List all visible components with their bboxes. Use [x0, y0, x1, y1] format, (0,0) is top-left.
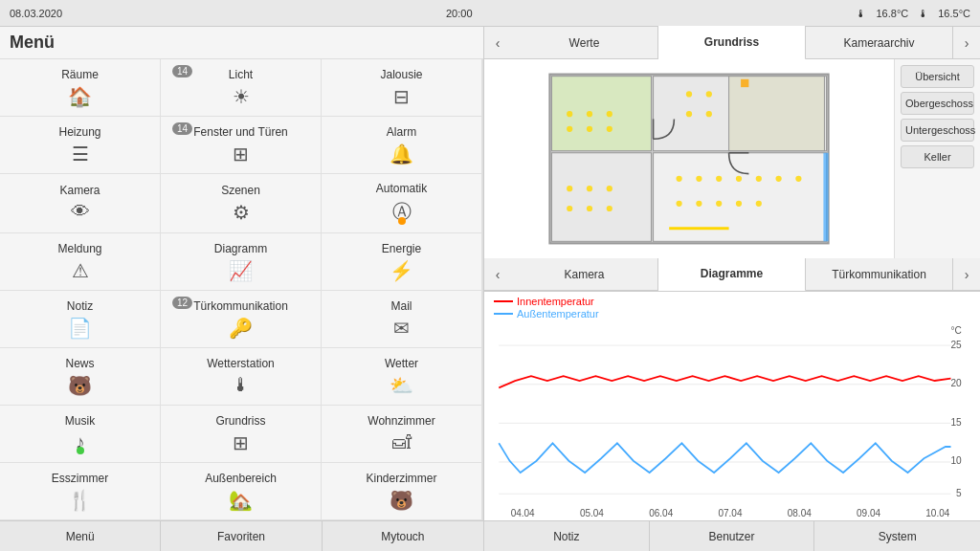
svg-point-28 — [736, 176, 742, 182]
fp-btn-ubersicht[interactable]: Übersicht — [901, 65, 974, 88]
legend-inner-line — [494, 300, 513, 302]
x-label-5: 09.04 — [857, 508, 880, 518]
nav-notiz[interactable]: Notiz — [484, 521, 650, 551]
tab-turkommunikation[interactable]: Türkommunikation — [806, 258, 953, 291]
menu-item-wohnzimmer[interactable]: Wohnzimmer🛋 — [322, 406, 482, 463]
menu-item-türkommunikation[interactable]: 12Türkommunikation🔑 — [161, 291, 322, 348]
menu-item-icon: 🍴 — [68, 489, 92, 512]
svg-point-21 — [607, 186, 612, 191]
menu-item-jalousie[interactable]: Jalousie⊟ — [322, 59, 482, 117]
nav-menu[interactable]: Menü — [0, 521, 161, 551]
menu-item-icon: ⛅ — [390, 374, 413, 397]
tab-kamera[interactable]: Kamera — [511, 258, 658, 291]
svg-point-11 — [587, 126, 592, 132]
menu-item-news[interactable]: News🐻 — [0, 348, 161, 406]
menu-dot — [398, 158, 406, 165]
svg-text:5: 5 — [956, 486, 962, 498]
menu-item-label: Außenbereich — [205, 472, 277, 485]
svg-text:10: 10 — [950, 454, 961, 467]
menu-item-label: Wetterstation — [207, 357, 274, 370]
menu-item-außenbereich[interactable]: Außenbereich🏡 — [161, 463, 322, 520]
top-tab-prev[interactable]: ‹ — [484, 27, 511, 58]
nav-mytouch[interactable]: Mytouch — [323, 521, 483, 551]
menu-item-grundriss[interactable]: Grundriss⊞ — [161, 406, 322, 463]
menu-item-notiz[interactable]: Notiz📄 — [0, 291, 161, 348]
menu-item-label: Räume — [61, 68, 99, 81]
menu-item-wetterstation[interactable]: Wetterstation🌡 — [161, 348, 322, 406]
menu-item-icon: 🔑 — [229, 317, 253, 340]
svg-point-18 — [706, 111, 712, 117]
menu-item-fenster-und-türen[interactable]: 14Fenster und Türen⊞ — [161, 117, 322, 174]
svg-text:°C: °C — [950, 323, 962, 336]
menu-item-mail[interactable]: Mail✉ — [322, 291, 482, 348]
svg-point-14 — [567, 126, 572, 132]
menu-dot — [77, 447, 84, 454]
svg-point-31 — [795, 176, 801, 182]
chart-section: Innentemperatur Außentemperatur °C 25 20… — [484, 291, 980, 520]
menu-item-icon: ☀ — [233, 85, 250, 108]
main: Menü Räume🏠14Licht☀Jalousie⊟Heizung☰14Fe… — [0, 27, 980, 551]
menu-item-icon: 🛋 — [392, 431, 412, 453]
menu-item-esszimmer[interactable]: Esszimmer🍴 — [0, 463, 161, 520]
svg-point-12 — [607, 126, 612, 132]
legend-outer-line — [494, 313, 513, 315]
menu-item-räume[interactable]: Räume🏠 — [0, 59, 161, 117]
svg-rect-4 — [551, 153, 651, 242]
menu-grid: Räume🏠14Licht☀Jalousie⊟Heizung☰14Fenster… — [0, 59, 483, 520]
menu-item-icon: ⊟ — [393, 85, 410, 108]
menu-item-alarm[interactable]: Alarm🔔 — [322, 117, 482, 174]
menu-item-label: Alarm — [387, 125, 416, 139]
svg-rect-39 — [741, 79, 748, 87]
bottom-tab-next[interactable]: › — [953, 258, 980, 290]
fp-btn-keller[interactable]: Keller — [901, 145, 974, 168]
menu-item-heizung[interactable]: Heizung☰ — [0, 117, 161, 174]
menu-item-kinderzimmer[interactable]: Kinderzimmer🐻 — [322, 463, 482, 520]
legend-inner-label: Innentemperatur — [517, 296, 594, 307]
menu-item-meldung[interactable]: Meldung⚠ — [0, 233, 161, 291]
nav-benutzer[interactable]: Benutzer — [650, 521, 815, 551]
menu-item-icon: 👁 — [71, 201, 90, 223]
svg-point-15 — [686, 91, 692, 97]
x-label-2: 06.04 — [649, 508, 673, 518]
menu-item-label: Mail — [390, 299, 412, 313]
menu-item-energie[interactable]: Energie⚡ — [322, 233, 482, 291]
temp1-icon: 🌡 — [856, 8, 866, 19]
x-label-3: 07.04 — [718, 508, 742, 518]
nav-system[interactable]: System — [814, 521, 980, 551]
menu-item-icon: 🌡 — [232, 374, 251, 396]
tab-grundriss[interactable]: Grundriss — [658, 26, 806, 60]
top-tab-next[interactable]: › — [953, 27, 980, 58]
chart-legend: Innentemperatur Außentemperatur — [484, 292, 980, 320]
menu-item-icon: ⚙ — [233, 201, 250, 224]
menu-item-szenen[interactable]: Szenen⚙ — [161, 174, 322, 233]
bottom-tab-prev[interactable]: ‹ — [484, 258, 511, 290]
topbar-date: 08.03.2020 — [10, 8, 62, 19]
page-title: Menü — [0, 27, 483, 59]
tab-kameraarchiv[interactable]: Kameraarchiv — [806, 27, 953, 59]
svg-point-19 — [567, 186, 572, 191]
menu-item-label: Musik — [65, 414, 95, 428]
menu-item-wetter[interactable]: Wetter⛅ — [322, 348, 482, 406]
menu-item-icon: 🏡 — [229, 489, 253, 512]
nav-favoriten[interactable]: Favoriten — [161, 521, 322, 551]
menu-item-kamera[interactable]: Kamera👁 — [0, 174, 161, 233]
svg-point-27 — [716, 176, 722, 182]
floorplan-area: Übersicht Obergeschoss Untergeschoss Kel… — [484, 59, 980, 258]
menu-item-diagramm[interactable]: Diagramm📈 — [161, 233, 322, 291]
menu-item-musik[interactable]: Musik♪ — [0, 406, 161, 463]
menu-item-licht[interactable]: 14Licht☀ — [161, 59, 322, 117]
menu-badge: 12 — [172, 297, 192, 309]
menu-item-label: Meldung — [57, 242, 101, 255]
svg-point-16 — [706, 91, 712, 97]
menu-item-icon: 📈 — [229, 259, 253, 282]
fp-btn-obergeschoss[interactable]: Obergeschoss — [901, 92, 974, 115]
tab-diagramme[interactable]: Diagramme — [658, 257, 806, 292]
fp-btn-untergeschoss[interactable]: Untergeschoss — [901, 119, 974, 142]
menu-item-automatik[interactable]: AutomatikⒶ — [322, 174, 482, 233]
chart-xaxis: 04.04 05.04 06.04 07.04 08.04 09.04 10.0… — [484, 508, 980, 518]
menu-item-icon: 🐻 — [68, 374, 92, 397]
menu-dot — [398, 217, 406, 225]
svg-text:25: 25 — [950, 338, 961, 350]
menu-item-label: Diagramm — [214, 242, 267, 255]
tab-werte[interactable]: Werte — [511, 27, 658, 59]
